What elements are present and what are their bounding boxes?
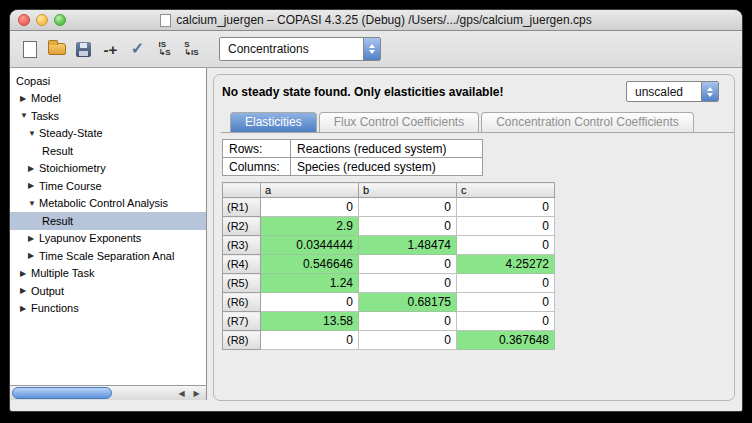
- open-folder-icon: [48, 43, 66, 55]
- matrix-cell[interactable]: 0: [457, 293, 555, 312]
- minimize-button[interactable]: [36, 14, 48, 26]
- zoom-button[interactable]: [54, 14, 66, 26]
- window-controls: [18, 14, 66, 26]
- sidebar-horizontal-scrollbar[interactable]: ◀ ▶: [10, 385, 206, 400]
- row-header[interactable]: (R8): [223, 331, 261, 350]
- disclosure-triangle-icon[interactable]: [20, 269, 31, 278]
- matrix-cell[interactable]: 0: [359, 331, 457, 350]
- tree-item-steady-state-result[interactable]: Result: [10, 142, 206, 160]
- tree-item-label: Functions: [31, 302, 79, 314]
- row-header[interactable]: (R5): [223, 274, 261, 293]
- tree-item-lyapunov-exponents[interactable]: Lyapunov Exponents: [10, 230, 206, 248]
- concentrations-dropdown-value: Concentrations: [220, 38, 363, 60]
- matrix-cell[interactable]: 4.25272: [457, 255, 555, 274]
- matrix-cell[interactable]: 0: [359, 274, 457, 293]
- column-header-b[interactable]: b: [359, 183, 457, 198]
- disclosure-triangle-icon[interactable]: [20, 94, 31, 103]
- columns-value: Species (reduced system): [291, 158, 483, 176]
- tree-item-stoichiometry[interactable]: Stoichiometry: [10, 160, 206, 178]
- scrollbar-thumb[interactable]: [12, 387, 112, 399]
- matrix-cell[interactable]: 0: [359, 198, 457, 217]
- tree-item-multiple-task[interactable]: Multiple Task: [10, 265, 206, 283]
- matrix-cell[interactable]: 0: [359, 312, 457, 331]
- tree-item-tasks[interactable]: Tasks: [10, 107, 206, 125]
- matrix-cell[interactable]: 0: [457, 236, 555, 255]
- tab-concentration-control-coefficients[interactable]: Concentration Control Coefficients: [481, 112, 694, 132]
- save-button[interactable]: [70, 36, 97, 63]
- row-header[interactable]: (R6): [223, 293, 261, 312]
- close-button[interactable]: [18, 14, 30, 26]
- copasi-window: calcium_juergen – COPASI 4.3.25 (Debug) …: [10, 10, 742, 411]
- matrix-cell[interactable]: 13.58: [261, 312, 359, 331]
- tree-item-label: Result: [42, 215, 73, 227]
- matrix-cell[interactable]: 0.0344444: [261, 236, 359, 255]
- tree-item-mca-result[interactable]: Result: [10, 212, 206, 230]
- tree-item-output[interactable]: Output: [10, 282, 206, 300]
- scale-dropdown[interactable]: unscaled: [626, 81, 719, 102]
- table-row: (R8) 0 0 0.367648: [223, 331, 555, 350]
- disclosure-triangle-icon[interactable]: [20, 111, 31, 120]
- matrix-cell[interactable]: 0: [457, 312, 555, 331]
- tree-item-time-scale-separation[interactable]: Time Scale Separation Anal: [10, 247, 206, 265]
- disclosure-triangle-icon[interactable]: [28, 164, 39, 173]
- document-proxy-icon[interactable]: [160, 14, 171, 27]
- scroll-left-button[interactable]: ◀: [174, 387, 189, 399]
- matrix-cell[interactable]: 0: [261, 331, 359, 350]
- disclosure-triangle-icon[interactable]: [20, 304, 31, 313]
- matrix-cell[interactable]: 1.24: [261, 274, 359, 293]
- tree-item-metabolic-control-analysis[interactable]: Metabolic Control Analysis: [10, 195, 206, 213]
- table-row: (R3) 0.0344444 1.48474 0: [223, 236, 555, 255]
- new-file-button[interactable]: [16, 36, 43, 63]
- disclosure-triangle-icon[interactable]: [28, 181, 39, 190]
- matrix-cell[interactable]: 0: [359, 217, 457, 236]
- rows-label: Rows:: [223, 140, 291, 158]
- matrix-cell[interactable]: 0: [457, 217, 555, 236]
- tree-item-functions[interactable]: Functions: [10, 300, 206, 318]
- disclosure-triangle-icon[interactable]: [20, 286, 31, 295]
- row-header[interactable]: (R1): [223, 198, 261, 217]
- scroll-right-button[interactable]: ▶: [189, 387, 204, 399]
- tree-item-copasi[interactable]: Copasi: [10, 72, 206, 90]
- matrix-cell[interactable]: 0: [261, 198, 359, 217]
- matrix-cell[interactable]: 0.68175: [359, 293, 457, 312]
- title-bar[interactable]: calcium_juergen – COPASI 4.3.25 (Debug) …: [10, 10, 742, 31]
- dropdown-arrows-icon: [701, 82, 718, 101]
- elasticities-table: a b c (R1) 0 0 0 (R2) 2.9 0 0 (R3): [222, 182, 555, 350]
- disclosure-triangle-icon[interactable]: [28, 129, 39, 138]
- tab-elasticities[interactable]: Elasticities: [230, 112, 317, 132]
- concentrations-dropdown[interactable]: Concentrations: [219, 37, 381, 61]
- tree-item-model[interactable]: Model: [10, 90, 206, 108]
- tree-item-steady-state[interactable]: Steady-State: [10, 125, 206, 143]
- row-header[interactable]: (R2): [223, 217, 261, 236]
- matrix-cell[interactable]: 0.367648: [457, 331, 555, 350]
- disclosure-triangle-icon[interactable]: [28, 251, 39, 260]
- row-header[interactable]: (R3): [223, 236, 261, 255]
- matrix-cell[interactable]: 0: [261, 293, 359, 312]
- checkmark-icon: ✓: [131, 41, 144, 57]
- table-row: (R4) 0.546646 0 4.25272: [223, 255, 555, 274]
- s-to-is-button[interactable]: S ↳IS: [178, 36, 205, 63]
- matrix-cell[interactable]: 0: [457, 274, 555, 293]
- apply-button[interactable]: ✓: [124, 36, 151, 63]
- disclosure-triangle-icon[interactable]: [28, 234, 39, 243]
- matrix-cell[interactable]: 0: [359, 255, 457, 274]
- row-header[interactable]: (R4): [223, 255, 261, 274]
- matrix-cell[interactable]: 0.546646: [261, 255, 359, 274]
- is-to-s-button[interactable]: IS ↳S: [151, 36, 178, 63]
- matrix-cell[interactable]: 2.9: [261, 217, 359, 236]
- column-header-c[interactable]: c: [457, 183, 555, 198]
- dropdown-arrows-icon: [363, 38, 380, 60]
- corner-cell: [223, 183, 261, 198]
- matrix-cell[interactable]: 1.48474: [359, 236, 457, 255]
- matrix-cell[interactable]: 0: [457, 198, 555, 217]
- new-document-icon: [23, 41, 37, 58]
- disclosure-triangle-icon[interactable]: [28, 199, 39, 208]
- column-header-a[interactable]: a: [261, 183, 359, 198]
- save-floppy-icon: [76, 42, 91, 57]
- tree-list: Copasi Model Tasks Steady-State Result S…: [10, 68, 206, 317]
- open-file-button[interactable]: [43, 36, 70, 63]
- tree-item-time-course[interactable]: Time Course: [10, 177, 206, 195]
- tab-flux-control-coefficients[interactable]: Flux Control Coefficients: [319, 112, 480, 132]
- add-slider-button[interactable]: -+: [97, 36, 124, 63]
- row-header[interactable]: (R7): [223, 312, 261, 331]
